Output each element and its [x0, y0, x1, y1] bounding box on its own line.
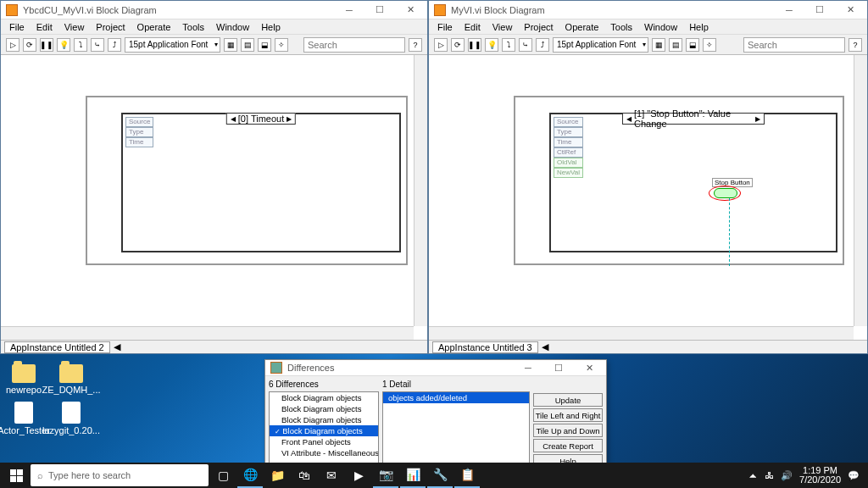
run-cont-button[interactable]: ⟳ — [451, 38, 465, 52]
menu-help[interactable]: Help — [684, 21, 714, 33]
event-data-node[interactable]: Type — [554, 127, 583, 137]
highlight-button[interactable]: 💡 — [485, 38, 498, 52]
diff-list-item[interactable]: VI Attribute - Miscellaneous — [270, 447, 378, 458]
taskbar-app[interactable]: 🔧 — [427, 463, 453, 488]
detail-item[interactable]: objects added/deleted — [383, 392, 529, 403]
event-data-node[interactable]: Source — [554, 117, 583, 127]
block-diagram-canvas[interactable]: ◀ [0] Timeout ▶ Source Type Time — [1, 55, 427, 340]
menu-view[interactable]: View — [487, 21, 518, 33]
menu-operate[interactable]: Operate — [132, 21, 176, 33]
menu-edit[interactable]: Edit — [459, 21, 486, 33]
network-icon[interactable]: 🖧 — [765, 470, 774, 480]
scrollbar-horizontal[interactable] — [429, 326, 854, 340]
start-button[interactable] — [3, 463, 29, 488]
align-button[interactable]: ▦ — [652, 38, 665, 52]
step-button[interactable]: ⤴ — [108, 38, 121, 52]
taskbar-app[interactable]: 📷 — [373, 463, 398, 488]
prev-case-icon[interactable]: ◀ — [626, 115, 632, 123]
event-structure[interactable]: ◀ [0] Timeout ▶ Source Type Time — [121, 113, 401, 252]
menu-window[interactable]: Window — [639, 21, 682, 33]
taskbar-app[interactable]: ▶ — [346, 463, 371, 488]
wire[interactable] — [729, 198, 730, 266]
run-cont-button[interactable]: ⟳ — [23, 38, 36, 52]
block-diagram-canvas[interactable]: ◀ [1] "Stop Button": Value Change ▶ Sour… — [429, 55, 867, 340]
minimize-button[interactable]: ─ — [777, 3, 801, 18]
prev-case-icon[interactable]: ◀ — [231, 115, 236, 123]
next-case-icon[interactable]: ▶ — [755, 115, 760, 123]
event-data-node[interactable]: CtlRef — [554, 147, 583, 158]
taskbar-search[interactable]: ⌕ Type here to search — [31, 464, 209, 486]
maximize-button[interactable]: ☐ — [547, 360, 570, 375]
help-button[interactable]: ? — [849, 38, 862, 52]
font-selector[interactable]: 15pt Application Font — [553, 37, 648, 53]
desktop-icon[interactable]: Actor_Tester — [5, 402, 42, 435]
menu-window[interactable]: Window — [211, 21, 254, 33]
cleanup-button[interactable]: ✧ — [703, 38, 716, 52]
menu-help[interactable]: Help — [256, 21, 286, 33]
diff-list-item[interactable]: Block Diagram objects — [270, 414, 378, 425]
highlight-button[interactable]: 💡 — [57, 38, 70, 52]
desktop-icon[interactable]: lazygit_0.20... — [53, 402, 90, 435]
scrollbar-horizontal[interactable] — [1, 326, 414, 340]
clock[interactable]: 1:19 PM 7/20/2020 — [799, 466, 841, 485]
search-input[interactable] — [743, 37, 845, 53]
instance-tab[interactable]: AppInstance Untitled 2 — [4, 341, 110, 353]
diff-list-item[interactable]: Front Panel objects — [270, 436, 378, 447]
menu-tools[interactable]: Tools — [605, 21, 637, 33]
distribute-button[interactable]: ▤ — [241, 38, 254, 52]
taskbar-app[interactable]: 🌐 — [237, 463, 263, 488]
menu-operate[interactable]: Operate — [560, 21, 604, 33]
pause-button[interactable]: ❚❚ — [40, 38, 53, 52]
scrollbar-vertical[interactable] — [414, 55, 427, 326]
step-button[interactable]: ⤷ — [519, 38, 532, 52]
desktop-icon[interactable]: ZE_DQMH_... — [53, 364, 90, 395]
create-report-button[interactable]: Create Report — [533, 439, 603, 452]
event-data-node[interactable]: Time — [125, 137, 153, 147]
scrollbar-vertical[interactable] — [854, 55, 867, 326]
menu-project[interactable]: Project — [91, 21, 130, 33]
event-data-node[interactable]: Type — [125, 127, 153, 137]
diff-list-item[interactable]: Block Diagram objects — [270, 392, 378, 403]
step-button[interactable]: ⤵ — [502, 38, 515, 52]
menu-file[interactable]: File — [4, 21, 30, 33]
close-button[interactable]: ✕ — [577, 360, 601, 375]
distribute-button[interactable]: ▤ — [669, 38, 682, 52]
maximize-button[interactable]: ☐ — [808, 3, 832, 18]
event-data-node[interactable]: OldVal — [554, 158, 583, 168]
run-button[interactable]: ▷ — [434, 38, 448, 52]
search-input[interactable] — [303, 37, 405, 53]
tile-ud-button[interactable]: Tile Up and Down — [533, 424, 603, 437]
diff-list-item[interactable]: Block Diagram objects — [270, 425, 378, 436]
font-selector[interactable]: 15pt Application Font — [125, 37, 220, 53]
tray-icon[interactable]: ⏶ — [748, 470, 758, 480]
taskbar-app[interactable]: ✉ — [319, 463, 344, 488]
menu-tools[interactable]: Tools — [177, 21, 209, 33]
detail-list[interactable]: objects added/deleted — [382, 391, 530, 468]
close-button[interactable]: ✕ — [838, 3, 862, 18]
diff-list-item[interactable]: Block Diagram objects — [270, 403, 378, 414]
while-loop[interactable]: ◀ [0] Timeout ▶ Source Type Time — [86, 96, 408, 265]
run-button[interactable]: ▷ — [6, 38, 19, 52]
help-button[interactable]: ? — [409, 38, 422, 52]
differences-list[interactable]: Block Diagram objectsBlock Diagram objec… — [269, 391, 379, 468]
close-button[interactable]: ✕ — [398, 3, 422, 18]
reorder-button[interactable]: ⬓ — [686, 38, 699, 52]
minimize-button[interactable]: ─ — [516, 360, 540, 375]
align-button[interactable]: ▦ — [224, 38, 237, 52]
volume-icon[interactable]: 🔊 — [781, 470, 793, 481]
taskbar-app[interactable]: 📋 — [454, 463, 480, 488]
event-case-selector[interactable]: ◀ [0] Timeout ▶ — [226, 113, 296, 125]
event-data-node[interactable]: Time — [554, 137, 583, 147]
next-case-icon[interactable]: ▶ — [287, 115, 292, 123]
tab-scroll-left[interactable]: ◀ — [542, 341, 548, 352]
titlebar[interactable]: Differences ─ ☐ ✕ — [265, 360, 606, 376]
notification-icon[interactable]: 💬 — [848, 470, 860, 481]
reorder-button[interactable]: ⬓ — [258, 38, 271, 52]
menu-file[interactable]: File — [432, 21, 458, 33]
update-button[interactable]: Update — [533, 393, 603, 407]
menu-project[interactable]: Project — [519, 21, 558, 33]
menu-view[interactable]: View — [59, 21, 90, 33]
task-view-button[interactable]: ▢ — [210, 463, 236, 488]
step-button[interactable]: ⤴ — [536, 38, 549, 52]
titlebar[interactable]: YbcdCU_MyVI.vi Block Diagram ─ ☐ ✕ — [1, 1, 427, 19]
